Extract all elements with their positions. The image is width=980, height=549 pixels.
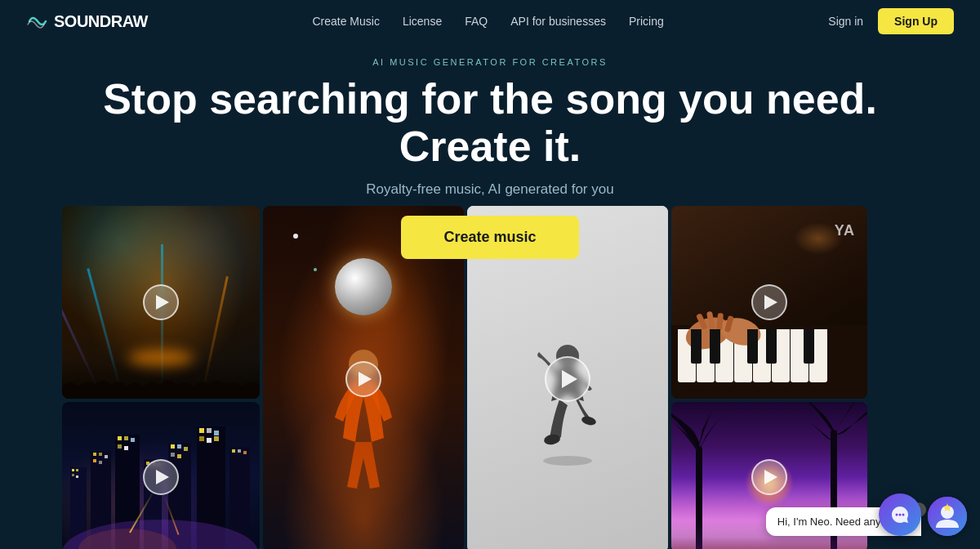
nav-create-music[interactable]: Create Music: [312, 15, 379, 28]
svg-rect-42: [207, 438, 212, 443]
hero-title: Stop searching for the song you need. Cr…: [16, 75, 964, 170]
play-button-sunset[interactable]: [751, 459, 787, 495]
svg-rect-34: [184, 447, 188, 451]
svg-rect-23: [124, 436, 128, 440]
svg-rect-26: [124, 446, 128, 450]
svg-rect-32: [171, 444, 175, 449]
signup-button[interactable]: Sign Up: [878, 8, 954, 34]
nav-license[interactable]: License: [403, 15, 442, 28]
svg-rect-14: [76, 475, 78, 478]
play-button-concert[interactable]: [143, 284, 179, 320]
svg-rect-16: [93, 453, 96, 456]
svg-point-54: [896, 514, 898, 516]
signin-link[interactable]: Sign in: [828, 15, 863, 28]
logo-icon: [26, 10, 49, 33]
eyebrow-text: AI MUSIC GENERATOR FOR CREATORS: [372, 57, 608, 67]
play-triangle-icon: [764, 295, 777, 310]
svg-rect-12: [76, 469, 78, 471]
play-button-piano[interactable]: [751, 284, 787, 320]
svg-point-56: [902, 514, 905, 516]
svg-rect-38: [199, 428, 204, 433]
svg-rect-36: [177, 454, 181, 458]
nav-api[interactable]: API for businesses: [510, 15, 606, 28]
nav-faq[interactable]: FAQ: [465, 15, 488, 28]
hero-title-line2: Create it.: [399, 123, 581, 170]
svg-rect-46: [238, 449, 241, 453]
hero-eyebrow: AI MUSIC GENERATOR FOR CREATORS: [16, 57, 964, 67]
play-button-dance[interactable]: [545, 356, 590, 402]
svg-rect-45: [232, 449, 235, 453]
svg-rect-41: [199, 436, 204, 441]
svg-point-3: [581, 415, 597, 426]
chat-avatar[interactable]: [928, 497, 967, 536]
svg-rect-25: [118, 444, 122, 449]
svg-rect-18: [105, 455, 108, 458]
svg-point-55: [899, 514, 902, 516]
logo[interactable]: SOUNDRAW: [26, 10, 148, 33]
svg-rect-43: [214, 436, 219, 441]
hero-subtitle: Royalty-free music, AI generated for you: [16, 181, 964, 198]
play-triangle-icon: [156, 295, 169, 310]
nav-right: Sign in Sign Up: [828, 8, 954, 34]
chatbot-widget: Hi, I'm Neo. Need any help? ×: [766, 497, 967, 536]
svg-rect-39: [207, 428, 212, 433]
create-music-button[interactable]: Create music: [401, 216, 578, 259]
svg-rect-20: [99, 461, 102, 464]
nav-links: Create Music License FAQ API for busines…: [312, 15, 663, 28]
play-triangle-icon: [562, 370, 577, 388]
navbar: SOUNDRAW Create Music License FAQ API fo…: [0, 0, 980, 42]
hero-title-line1: Stop searching for the song you need.: [103, 75, 877, 123]
svg-rect-11: [72, 469, 74, 471]
svg-rect-40: [214, 431, 219, 435]
svg-rect-47: [243, 451, 247, 454]
svg-rect-17: [99, 453, 102, 456]
play-triangle-icon: [359, 372, 372, 386]
svg-rect-13: [72, 474, 74, 476]
gallery-city[interactable]: [62, 402, 260, 549]
play-triangle-icon: [156, 470, 169, 484]
chat-avatar-icon: [928, 497, 967, 536]
nav-pricing[interactable]: Pricing: [629, 15, 664, 28]
svg-rect-19: [93, 459, 96, 462]
svg-rect-22: [118, 436, 122, 440]
play-triangle-icon: [764, 470, 777, 484]
play-button-disco[interactable]: [345, 361, 381, 397]
hero-section: AI MUSIC GENERATOR FOR CREATORS Stop sea…: [0, 42, 980, 267]
logo-text: SOUNDRAW: [54, 12, 148, 31]
chat-expand-button[interactable]: [879, 493, 921, 536]
svg-rect-35: [171, 453, 175, 457]
svg-rect-33: [177, 444, 181, 449]
chat-icon: [890, 505, 910, 524]
play-button-city[interactable]: [143, 459, 179, 495]
svg-rect-24: [131, 438, 135, 442]
